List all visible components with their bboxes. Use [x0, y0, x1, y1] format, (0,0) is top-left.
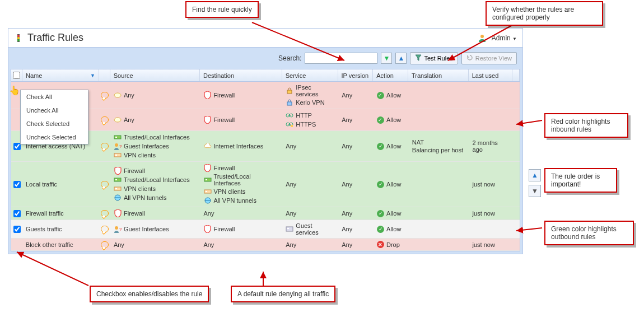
callout-rule-order: The rule order is important!	[544, 168, 617, 193]
guest-icon: ?	[114, 225, 122, 233]
table-row[interactable]: Local trafficFirewallTrusted/Local Inter…	[11, 162, 520, 207]
trusted-icon	[114, 176, 122, 184]
menu-uncheck-selected[interactable]: Uncheck Selected	[21, 130, 88, 144]
allow-icon: ✓	[377, 92, 384, 99]
dropdown-arrow-icon: ▼	[90, 73, 95, 78]
list-item: HTTPS	[286, 120, 335, 128]
arrow-down-icon: ▼	[383, 54, 390, 62]
move-up-button[interactable]: ▲	[529, 169, 541, 181]
rule-name: Block other traffic	[22, 239, 99, 250]
toolbar: Search: ▼ ▲ Test Rules Restore View	[8, 48, 522, 69]
column-checkbox[interactable]	[11, 69, 22, 81]
column-ip-version[interactable]: IP version	[338, 69, 374, 81]
guestsvc-icon	[286, 225, 293, 233]
svg-point-30	[115, 226, 118, 230]
arrow-up-icon: ▲	[531, 171, 538, 179]
column-source[interactable]: Source	[110, 69, 200, 81]
search-prev-button[interactable]: ▲	[395, 53, 407, 64]
search-label: Search:	[278, 54, 301, 62]
table-row[interactable]: Block other trafficAnyAnyAnyAny✕Dropjust…	[11, 239, 520, 251]
svg-point-3	[17, 39, 20, 41]
kerio-icon	[286, 99, 293, 106]
list-item: Any	[114, 116, 197, 124]
list-item: ?Guest Interfaces	[114, 225, 197, 233]
svg-rect-23	[115, 188, 117, 189]
list-item: All VPN tunnels	[204, 197, 279, 204]
svg-rect-27	[204, 190, 211, 193]
allow-icon: ✓	[377, 226, 384, 233]
user-menu[interactable]: Admin ▼	[492, 34, 517, 42]
list-item: Internet Interfaces	[204, 142, 279, 150]
list-item: Any	[114, 91, 197, 99]
test-rules-button[interactable]: Test Rules	[410, 52, 458, 64]
vpn-icon	[114, 185, 122, 193]
list-item: VPN clients	[114, 185, 197, 193]
svg-text:?: ?	[119, 144, 122, 149]
row-checkbox[interactable]	[13, 210, 21, 217]
move-down-button[interactable]: ▼	[529, 185, 541, 197]
vpn-icon	[204, 188, 212, 195]
svg-rect-14	[114, 136, 121, 139]
callout-checkbox-enable: Checkbox enables/disables the rule	[90, 286, 209, 302]
traffic-rules-icon	[14, 34, 23, 43]
arrow-down-icon: ▼	[531, 187, 538, 195]
list-item: Kerio VPN	[286, 99, 335, 106]
callout-default-rule: A default rule denying all traffic	[231, 286, 335, 302]
rule-name: Firewall traffic	[22, 207, 99, 220]
svg-rect-13	[291, 125, 293, 127]
vpntun-icon	[204, 197, 212, 204]
row-checkbox[interactable]	[13, 181, 21, 188]
svg-rect-33	[287, 228, 289, 229]
svg-point-2	[17, 37, 20, 39]
firewall-icon	[204, 225, 212, 233]
column-name[interactable]: Name▼	[22, 69, 99, 81]
row-checkbox[interactable]	[13, 226, 21, 233]
comment-icon	[101, 210, 109, 217]
page-title: Traffic Rules	[27, 32, 83, 44]
search-next-button[interactable]: ▼	[381, 53, 392, 64]
row-checkbox[interactable]	[13, 143, 21, 150]
svg-text:?: ?	[119, 227, 122, 232]
menu-check-all[interactable]: Check All	[21, 90, 88, 104]
list-item: ?Guest Interfaces	[114, 142, 197, 150]
svg-rect-7	[287, 102, 292, 105]
column-destination[interactable]: Destination	[200, 69, 282, 81]
any-icon	[114, 116, 122, 124]
search-input[interactable]	[305, 53, 377, 64]
menu-check-selected[interactable]: Check Selected	[21, 117, 88, 130]
guest-icon: ?	[114, 142, 122, 150]
list-item: Trusted/Local Interfaces	[114, 133, 197, 141]
restore-view-button[interactable]: Restore View	[461, 52, 517, 64]
list-item: Trusted/Local Interfaces	[114, 176, 197, 184]
column-service[interactable]: Service	[282, 69, 338, 81]
list-item: Trusted/Local Interfaces	[204, 173, 279, 186]
rule-name: Guests traffic	[22, 220, 99, 238]
column-translation[interactable]: Translation	[408, 69, 469, 81]
vpntun-icon	[114, 194, 122, 202]
restore-icon	[466, 54, 473, 62]
https-icon	[286, 120, 293, 128]
menu-uncheck-all[interactable]: Uncheck All	[21, 104, 88, 117]
firewall-icon	[114, 167, 122, 175]
internet-icon	[204, 142, 212, 150]
user-icon	[478, 34, 486, 42]
svg-rect-19	[115, 155, 117, 156]
reorder-buttons: ▲ ▼	[529, 169, 541, 197]
column-action[interactable]: Action	[373, 69, 408, 81]
svg-rect-15	[115, 137, 117, 138]
svg-rect-22	[114, 187, 121, 190]
table-row[interactable]: Guests traffic?Guest InterfacesFirewallG…	[11, 220, 520, 239]
cursor-hand-icon: 👆	[9, 85, 20, 96]
svg-rect-6	[287, 90, 292, 94]
list-item: Guest services	[286, 222, 335, 236]
svg-rect-28	[206, 191, 207, 192]
firewall-icon	[203, 116, 211, 124]
comment-icon	[101, 241, 109, 248]
table-row[interactable]: Firewall trafficFirewallAnyAnyAny✓Allowj…	[11, 207, 520, 220]
column-bubble	[99, 69, 110, 81]
column-last-used[interactable]: Last used	[469, 69, 512, 81]
http-icon	[286, 111, 293, 119]
svg-rect-21	[115, 179, 117, 180]
arrow-up-icon: ▲	[398, 54, 404, 62]
header-checkbox[interactable]	[13, 72, 20, 79]
